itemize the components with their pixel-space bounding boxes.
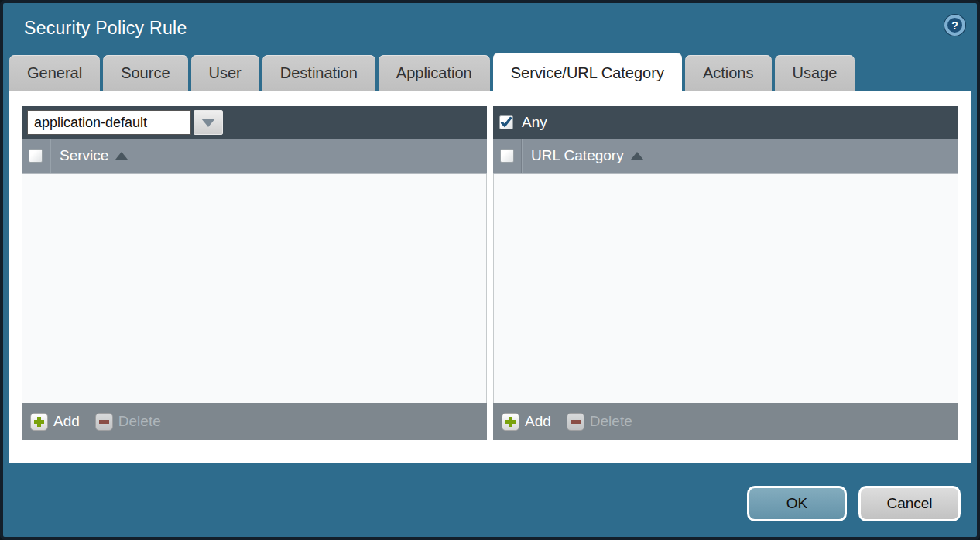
service-column-header-row: Service <box>22 139 487 174</box>
url-category-delete-label: Delete <box>590 413 632 430</box>
service-select-all-checkbox[interactable] <box>29 149 43 163</box>
service-type-input[interactable] <box>27 110 191 135</box>
tab-service-url-category[interactable]: Service/URL Category <box>493 53 682 94</box>
sort-ascending-icon <box>631 152 643 160</box>
help-question-glyph: ? <box>951 19 958 32</box>
url-category-any-row: Any <box>499 114 547 131</box>
service-column-sort[interactable]: Service <box>60 147 128 164</box>
tab-actions[interactable]: Actions <box>685 55 772 91</box>
tab-general[interactable]: General <box>9 55 100 91</box>
tab-bar: General Source User Destination Applicat… <box>3 53 977 91</box>
service-type-dropdown-button[interactable] <box>194 110 223 135</box>
url-category-panel-header: Any <box>493 106 958 139</box>
service-column-label: Service <box>60 147 108 164</box>
tab-usage[interactable]: Usage <box>775 55 855 91</box>
minus-icon <box>567 413 584 431</box>
chevron-down-icon <box>201 119 215 127</box>
service-delete-button[interactable]: Delete <box>95 413 161 431</box>
url-category-column-sort[interactable]: URL Category <box>531 147 643 164</box>
minus-icon <box>95 413 113 431</box>
dialog-titlebar: Security Policy Rule <box>3 3 977 53</box>
tab-application[interactable]: Application <box>379 55 490 91</box>
url-category-select-all-checkbox[interactable] <box>500 149 514 163</box>
service-type-combobox <box>27 110 223 135</box>
cancel-button[interactable]: Cancel <box>858 486 961 521</box>
dialog-title: Security Policy Rule <box>24 18 187 39</box>
url-category-add-button[interactable]: Add <box>502 413 567 431</box>
url-category-any-label: Any <box>522 114 547 131</box>
service-panel-header <box>22 106 487 139</box>
dialog-footer: OK Cancel <box>3 463 977 521</box>
url-category-any-checkbox[interactable] <box>499 115 513 129</box>
plus-icon <box>30 413 48 431</box>
url-category-add-label: Add <box>525 413 551 430</box>
tab-source[interactable]: Source <box>103 55 187 91</box>
service-list <box>22 174 487 403</box>
plus-icon <box>502 413 519 431</box>
service-add-label: Add <box>53 413 80 430</box>
url-category-delete-button[interactable]: Delete <box>567 413 632 431</box>
tab-content: Service Add Delete <box>9 91 971 463</box>
url-category-select-all-cell <box>493 139 522 173</box>
tab-destination[interactable]: Destination <box>262 55 375 91</box>
url-category-panel-footer: Add Delete <box>493 403 958 440</box>
service-add-button[interactable]: Add <box>30 413 95 431</box>
security-policy-rule-dialog: Security Policy Rule ? General Source Us… <box>0 0 980 540</box>
ok-button[interactable]: OK <box>747 486 847 521</box>
service-panel-footer: Add Delete <box>22 403 487 440</box>
service-panel: Service Add Delete <box>22 106 487 440</box>
sort-ascending-icon <box>115 152 128 160</box>
url-category-column-label: URL Category <box>531 147 624 164</box>
url-category-panel: Any URL Category Add <box>493 106 958 440</box>
service-delete-label: Delete <box>118 413 161 430</box>
help-icon[interactable]: ? <box>944 15 965 36</box>
url-category-column-header-row: URL Category <box>493 139 958 174</box>
tab-user[interactable]: User <box>191 55 259 91</box>
checkmark-icon <box>500 116 512 129</box>
url-category-list <box>493 174 958 403</box>
service-select-all-cell <box>22 139 50 173</box>
